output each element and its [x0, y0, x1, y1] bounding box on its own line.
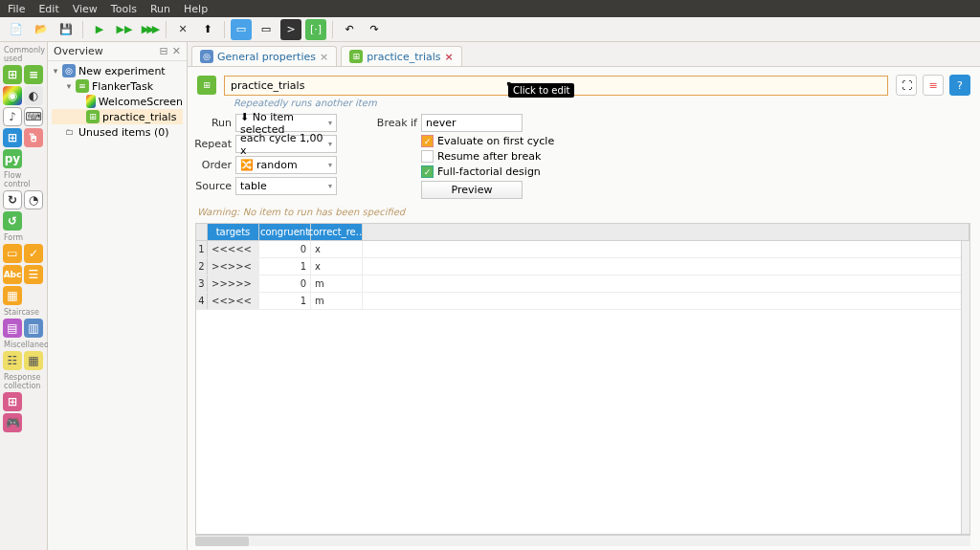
- breakif-label: Break if: [375, 117, 417, 129]
- bracket-icon[interactable]: [·]: [305, 19, 326, 40]
- run-select[interactable]: ⬇ No item selected: [235, 114, 337, 132]
- view-script-icon[interactable]: ≡: [923, 75, 944, 96]
- tree-root[interactable]: ▾◎New experiment: [52, 63, 183, 78]
- breakif-input[interactable]: [421, 114, 523, 132]
- overview-title: Overview: [54, 45, 103, 57]
- table-row[interactable]: 3>>>>>0m: [196, 275, 969, 293]
- toolbox-group-flow: Flow control: [4, 171, 45, 188]
- eval-first-checkbox[interactable]: ✓: [421, 135, 434, 147]
- tree-unused[interactable]: 🗀Unused items (0): [52, 124, 183, 140]
- tab-general-properties[interactable]: ◎General properties×: [191, 46, 337, 66]
- menu-help[interactable]: Help: [184, 3, 208, 15]
- preview-button[interactable]: Preview: [421, 181, 523, 199]
- script-item-icon[interactable]: py: [3, 149, 22, 168]
- tab-close-icon[interactable]: ×: [320, 51, 328, 63]
- table-horizontal-scrollbar[interactable]: [195, 535, 970, 546]
- run-label: Run: [188, 117, 232, 129]
- item-toolbox: Commonly used ⊞≡ ◉◐ ♪⌨ ⊞🖱 py Flow contro…: [0, 42, 48, 550]
- sequence-item-icon[interactable]: ≡: [24, 65, 43, 84]
- fullfactorial-checkbox[interactable]: ✓: [421, 165, 434, 178]
- sketchpad-item-icon[interactable]: ◉: [3, 86, 22, 105]
- tree-practice-trials[interactable]: ⊞practice_trials: [52, 109, 183, 124]
- menu-view[interactable]: View: [73, 3, 98, 15]
- tab-practice-trials[interactable]: ⊞practice_trials×: [341, 46, 462, 66]
- column-header-targets[interactable]: targets: [208, 224, 259, 241]
- mouse-item-icon[interactable]: 🖱: [24, 128, 43, 147]
- order-select[interactable]: 🔀random: [235, 156, 337, 174]
- repeat-label: Repeat: [188, 138, 232, 150]
- run-quick-icon[interactable]: ▶▶▶: [139, 19, 160, 40]
- overview-collapse-icon[interactable]: ⊟: [160, 45, 168, 57]
- terminal-icon[interactable]: >: [280, 19, 301, 40]
- reset-item-icon[interactable]: ↺: [3, 211, 22, 231]
- overview-close-icon[interactable]: ✕: [172, 45, 181, 57]
- column-header-congruent[interactable]: congruent: [259, 224, 311, 241]
- tree-welcome[interactable]: WelcomeScreen: [52, 94, 183, 109]
- undo-icon[interactable]: ↶: [339, 19, 360, 40]
- staircase-next-icon[interactable]: ▥: [24, 319, 43, 338]
- open-icon[interactable]: 📂: [31, 19, 52, 40]
- toolbar: 📄 📂 💾 ▶ ▶▶ ▶▶▶ ✕ ⬆ ▭ ▭ > [·] ↶ ↷: [0, 17, 980, 42]
- table-row[interactable]: 4<<><<1m: [196, 293, 969, 310]
- menu-bar: File Edit View Tools Run Help: [0, 0, 980, 17]
- redo-icon[interactable]: ↷: [364, 19, 385, 40]
- menu-tools[interactable]: Tools: [111, 3, 137, 15]
- form-mc-icon[interactable]: ☰: [24, 265, 43, 284]
- item-subtitle[interactable]: Repeatedly runs another item: [188, 98, 980, 108]
- form-display-icon[interactable]: ▦: [3, 286, 22, 305]
- loop-icon: ⊞: [86, 110, 100, 123]
- menu-edit[interactable]: Edit: [38, 3, 58, 15]
- tree-sequence[interactable]: ▾≡FlankerTask: [52, 78, 183, 94]
- form-base-icon[interactable]: ▭: [3, 244, 22, 263]
- table-row[interactable]: 1<<<<<0x: [196, 241, 969, 258]
- source-label: Source: [188, 180, 232, 192]
- form-consent-icon[interactable]: ✓: [24, 244, 43, 263]
- keyboard-item-icon[interactable]: ⌨: [24, 107, 43, 126]
- feedback-item-icon[interactable]: ◐: [24, 86, 43, 105]
- toolbox-group-form: Form: [4, 233, 45, 242]
- toolbox-group-staircase: Staircase: [4, 308, 45, 317]
- fullscreen-icon[interactable]: ⛶: [896, 75, 917, 96]
- loop-table[interactable]: targets congruent correct_re... 1<<<<<0x…: [195, 223, 970, 535]
- no-item-warning: Warning: No item to run has been specifi…: [188, 203, 980, 221]
- menu-file[interactable]: File: [8, 3, 25, 15]
- run-icon[interactable]: ▶: [89, 19, 110, 40]
- sampler-item-icon[interactable]: ♪: [3, 107, 22, 126]
- experiment-icon: ◎: [200, 50, 213, 63]
- logger-item-icon[interactable]: ⊞: [3, 128, 22, 147]
- loop-icon: ⊞: [349, 50, 363, 63]
- loop-properties-form: Run⬇ No item selected Repeateach cycle 1…: [188, 108, 980, 203]
- monitor-icon[interactable]: ▭: [231, 19, 252, 40]
- loop-item-icon[interactable]: ⊞: [3, 65, 22, 84]
- source-select[interactable]: table: [235, 177, 337, 195]
- save-icon[interactable]: 💾: [56, 19, 77, 40]
- joystick-item-icon[interactable]: ⊞: [3, 392, 22, 411]
- resume-label: Resume after break: [437, 150, 541, 163]
- new-icon[interactable]: 📄: [6, 19, 27, 40]
- resume-checkbox[interactable]: [421, 150, 434, 163]
- repeat-item-icon[interactable]: ↻: [3, 190, 22, 209]
- toolbox-group-common: Commonly used: [4, 46, 45, 63]
- window-icon[interactable]: ▭: [256, 19, 277, 40]
- wait-item-icon[interactable]: ◔: [24, 190, 43, 209]
- item-name-input[interactable]: [224, 76, 888, 96]
- overview-panel: Overview ⊟✕ ▾◎New experiment ▾≡FlankerTa…: [48, 42, 188, 550]
- menu-run[interactable]: Run: [150, 3, 170, 15]
- tab-close-icon[interactable]: ×: [445, 51, 454, 63]
- upload-icon[interactable]: ⬆: [197, 19, 218, 40]
- inline-code-icon[interactable]: ▦: [24, 351, 43, 370]
- help-icon[interactable]: ?: [949, 75, 970, 96]
- form-text-icon[interactable]: Abc: [3, 265, 22, 284]
- repeat-select[interactable]: each cycle 1,00 x: [235, 135, 337, 153]
- column-header-correct[interactable]: correct_re...: [311, 224, 363, 241]
- gamepad-item-icon[interactable]: 🎮: [3, 413, 22, 432]
- run-fast-icon[interactable]: ▶▶: [114, 19, 135, 40]
- table-corner[interactable]: [196, 224, 208, 241]
- loop-icon: ⊞: [197, 76, 216, 95]
- staircase-init-icon[interactable]: ▤: [3, 319, 22, 338]
- shuffle-icon: 🔀: [240, 159, 254, 171]
- table-vertical-scrollbar[interactable]: [961, 241, 970, 534]
- kill-icon[interactable]: ✕: [172, 19, 193, 40]
- table-row[interactable]: 2><>><1x: [196, 258, 969, 275]
- notepad-item-icon[interactable]: ☷: [3, 351, 22, 370]
